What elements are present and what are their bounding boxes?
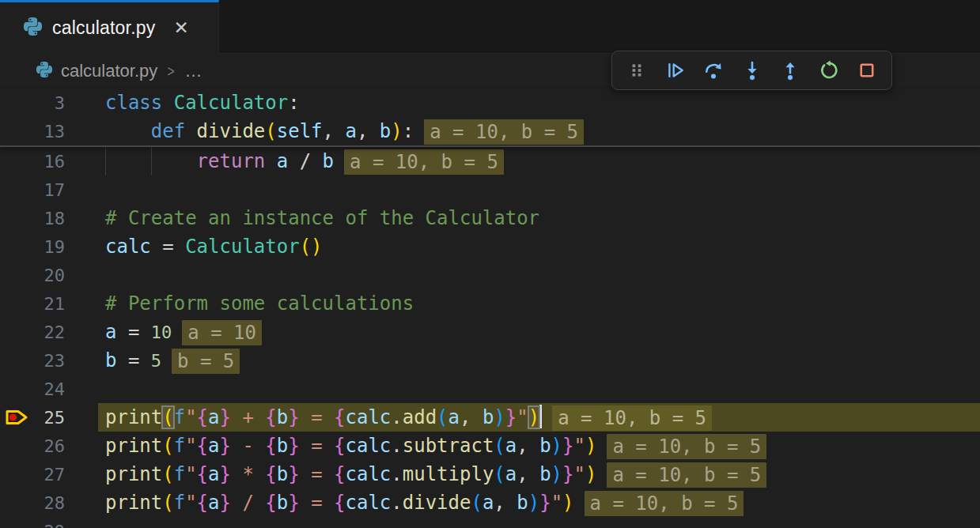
code-line-25[interactable]: 25print(f"{a} + {b} = {calc.add(a, b)}")…: [0, 403, 980, 432]
gutter-line-29[interactable]: 29: [0, 517, 79, 528]
toolbar-gripper-icon[interactable]: [622, 56, 651, 85]
line-content[interactable]: [98, 375, 980, 403]
line-content[interactable]: print(f"{a} + {b} = {calc.add(a, b)}")a …: [98, 403, 980, 432]
gutter-line-26[interactable]: 26: [0, 432, 79, 460]
line-content[interactable]: def divide(self, a, b):a = 10, b = 5: [98, 117, 980, 145]
gutter-line-13[interactable]: 13: [0, 117, 79, 145]
line-content[interactable]: return a / ba = 10, b = 5: [98, 147, 980, 175]
code-token: ": [516, 406, 528, 428]
tab-calculator-py[interactable]: calculator.py ✕: [0, 0, 219, 54]
code-token: a: [105, 321, 116, 343]
line-content[interactable]: # Create an instance of the Calculator: [98, 204, 980, 232]
code-token: b: [277, 435, 288, 457]
line-content[interactable]: # Perform some calculations: [98, 289, 980, 318]
code-token: def: [151, 120, 185, 142]
code-token: }: [220, 406, 231, 428]
debug-restart-icon[interactable]: [815, 56, 843, 85]
gutter-line-24[interactable]: 24: [0, 375, 79, 403]
code-token: ): [562, 492, 573, 514]
code-line-13[interactable]: 13 def divide(self, a, b):a = 10, b = 5: [0, 117, 980, 145]
line-content[interactable]: calc = Calculator(): [98, 232, 980, 261]
gutter-line-19[interactable]: 19: [0, 232, 79, 261]
code-token: ": [185, 463, 196, 485]
gutter-line-20[interactable]: 20: [0, 261, 79, 289]
line-content[interactable]: [98, 261, 980, 289]
code-line-29[interactable]: 29: [0, 517, 980, 528]
gutter-line-21[interactable]: 21: [0, 289, 79, 318]
code-token: {: [197, 492, 208, 514]
gutter-line-18[interactable]: 18: [0, 204, 79, 232]
code-token: a: [505, 463, 516, 485]
code-editor[interactable]: 16 return a / ba = 10, b = 51718# Create…: [0, 147, 980, 528]
code-token: a: [482, 492, 494, 514]
code-token: }: [220, 435, 231, 457]
debug-step-into-icon[interactable]: [738, 56, 766, 85]
code-token: Calculator: [185, 236, 300, 258]
gutter-line-28[interactable]: 28: [0, 488, 79, 517]
code-token: add: [403, 406, 437, 428]
code-line-26[interactable]: 26print(f"{a} - {b} = {calc.subtract(a, …: [0, 432, 980, 460]
line-number: 27: [44, 465, 66, 485]
line-content[interactable]: print(f"{a} * {b} = {calc.multiply(a, b)…: [98, 460, 980, 488]
gutter-line-22[interactable]: 22: [0, 318, 79, 346]
line-number: 18: [44, 209, 66, 228]
line-number: 16: [44, 152, 66, 172]
gutter-line-27[interactable]: 27: [0, 460, 79, 488]
breadcrumb-file[interactable]: calculator.py: [61, 61, 157, 81]
code-token: f: [174, 463, 185, 485]
code-token: f: [174, 492, 185, 514]
code-line-3[interactable]: 3class Calculator:: [0, 89, 980, 117]
code-token: ,: [494, 492, 516, 514]
code-token: {: [197, 406, 208, 428]
code-token: f: [174, 435, 185, 457]
line-content[interactable]: [98, 175, 980, 204]
code-line-27[interactable]: 27print(f"{a} * {b} = {calc.multiply(a, …: [0, 460, 980, 488]
code-token: }: [220, 463, 231, 485]
code-token: =: [300, 492, 334, 514]
code-token: a: [448, 406, 460, 428]
debug-continue-icon[interactable]: [661, 56, 690, 85]
code-token: {: [265, 463, 276, 485]
line-content[interactable]: a = 10a = 10: [98, 318, 980, 346]
code-line-21[interactable]: 21# Perform some calculations: [0, 289, 980, 318]
code-token: 5: [151, 351, 161, 371]
code-token: print: [105, 406, 162, 428]
gutter-line-17[interactable]: 17: [0, 175, 79, 204]
line-content[interactable]: b = 5b = 5: [98, 346, 980, 375]
code-line-22[interactable]: 22a = 10a = 10: [0, 318, 980, 346]
code-token: }: [288, 435, 299, 457]
code-line-18[interactable]: 18# Create an instance of the Calculator: [0, 204, 980, 232]
breadcrumb-ellipsis[interactable]: …: [185, 61, 204, 81]
gutter-line-23[interactable]: 23: [0, 346, 79, 375]
code-token: }: [288, 406, 299, 428]
code-token: Calculator: [174, 92, 289, 114]
tab-close-icon[interactable]: ✕: [173, 19, 188, 37]
line-content[interactable]: print(f"{a} / {b} = {calc.divide(a, b)}"…: [98, 488, 980, 517]
debug-step-over-icon[interactable]: [699, 56, 728, 85]
code-token: ): [391, 120, 402, 142]
line-content[interactable]: print(f"{a} - {b} = {calc.subtract(a, b)…: [98, 432, 980, 460]
code-line-23[interactable]: 23b = 5b = 5: [0, 346, 980, 375]
code-line-24[interactable]: 24: [0, 375, 980, 403]
code-token: calc: [105, 236, 151, 258]
code-line-20[interactable]: 20: [0, 261, 980, 289]
gutter-line-3[interactable]: 3: [0, 89, 79, 117]
code-line-17[interactable]: 17: [0, 175, 980, 204]
code-line-16[interactable]: 16 return a / ba = 10, b = 5: [0, 147, 980, 175]
code-token: .: [391, 406, 402, 428]
line-content[interactable]: class Calculator:: [98, 89, 980, 117]
code-token: *: [231, 463, 265, 485]
code-token: =: [300, 463, 334, 485]
code-line-19[interactable]: 19calc = Calculator(): [0, 232, 980, 261]
code-token: .: [391, 463, 402, 485]
gutter-line-16[interactable]: 16: [0, 147, 79, 175]
code-token: {: [265, 406, 276, 428]
gutter-line-25[interactable]: 25: [0, 403, 79, 432]
code-token: {: [265, 492, 276, 514]
debug-stop-icon[interactable]: [853, 56, 881, 85]
line-content[interactable]: [98, 517, 980, 528]
debug-step-out-icon[interactable]: [776, 56, 804, 85]
code-token: :: [288, 92, 299, 114]
code-token: ,: [323, 120, 346, 142]
code-line-28[interactable]: 28print(f"{a} / {b} = {calc.divide(a, b)…: [0, 488, 980, 517]
